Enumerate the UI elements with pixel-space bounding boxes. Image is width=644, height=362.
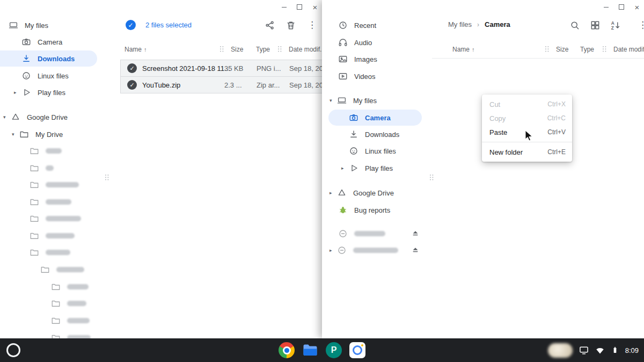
close-button[interactable]: × — [311, 3, 319, 11]
sidebar-item-blurred[interactable] — [0, 244, 70, 260]
chevron-right-icon[interactable]: ▸ — [341, 165, 349, 171]
file-date: Sep 18, 202... — [289, 77, 322, 93]
minimize-button[interactable] — [280, 3, 288, 11]
chevron-right-icon[interactable]: ▸ — [330, 248, 337, 253]
clock-time: 8:09 — [625, 346, 639, 354]
view-toggle-button[interactable] — [590, 20, 601, 33]
folder-icon — [40, 265, 50, 274]
sidebar-item-camera[interactable]: Camera — [0, 34, 62, 50]
camera-app-icon[interactable] — [349, 342, 365, 358]
sidebar-item-downloads[interactable]: Downloads — [0, 50, 97, 67]
sidebar-item-my-files[interactable]: My files — [0, 17, 48, 33]
column-resize-handle[interactable] — [545, 46, 550, 52]
sidebar-item-device-blurred[interactable]: ▸ — [322, 242, 427, 258]
column-resize-handle[interactable] — [220, 46, 225, 52]
column-header-name[interactable]: Name↑ — [125, 44, 147, 55]
sidebar-item-label: Downloads — [365, 131, 399, 139]
sidebar-item-downloads[interactable]: Downloads — [322, 126, 399, 142]
chevron-right-icon[interactable]: ▸ — [330, 190, 337, 196]
sidebar-item-blurred[interactable] — [0, 177, 79, 193]
sidebar-item-videos[interactable]: Videos — [322, 68, 376, 84]
clock-icon — [338, 20, 348, 30]
column-header-size[interactable]: Size — [556, 44, 568, 55]
sidebar-item-blurred[interactable] — [0, 143, 62, 159]
file-row-youtube-zip[interactable]: ✓ YouTube.zip 2.3 ... Zip ar... Sep 18, … — [120, 76, 322, 93]
chevron-down-icon[interactable]: ▾ — [12, 132, 19, 137]
sidebar-item-google-drive[interactable]: ▾ Google Drive — [0, 109, 68, 125]
sort-button[interactable]: AZ — [610, 20, 621, 33]
context-menu-item-new-folder[interactable]: New folder Ctrl+E — [482, 145, 572, 159]
maximize-button[interactable] — [296, 3, 303, 11]
sidebar-item-blurred[interactable] — [0, 279, 89, 295]
selected-check-icon[interactable]: ✓ — [126, 20, 136, 30]
sidebar-item-blurred[interactable] — [0, 228, 75, 244]
sidebar-item-blurred[interactable] — [0, 194, 71, 210]
sidebar-item-audio[interactable]: Audio — [322, 34, 372, 50]
sidebar-item-my-files[interactable]: ▾ My files — [322, 92, 377, 108]
column-header-date[interactable]: Date modif... — [613, 44, 644, 55]
blurred-label — [67, 318, 90, 323]
delete-button[interactable] — [286, 20, 296, 33]
sidebar-item-blurred[interactable] — [0, 262, 84, 278]
sidebar-item-google-drive[interactable]: ▸ Google Drive — [322, 185, 394, 201]
sidebar-item-my-drive[interactable]: ▾ My Drive — [0, 126, 63, 142]
download-icon — [349, 129, 358, 139]
folder-icon — [30, 146, 39, 156]
more-menu-button[interactable]: ⋮ — [638, 19, 644, 31]
sidebar-item-bug-reports[interactable]: Bug reports — [322, 202, 390, 218]
context-menu-item-paste[interactable]: Paste Ctrl+V — [482, 125, 572, 139]
sort-ascending-icon: ↑ — [472, 46, 475, 53]
chevron-down-icon[interactable]: ▾ — [330, 98, 337, 103]
files-app-icon[interactable] — [302, 342, 318, 358]
close-button[interactable]: × — [633, 3, 641, 11]
file-row-screenshot[interactable]: ✓ Screenshot 2021-09-18 11... 35 KB PNG … — [120, 60, 322, 77]
sidebar-item-play-files[interactable]: ▸ Play files — [322, 160, 393, 176]
app-p-icon[interactable]: P — [326, 342, 342, 358]
sidebar-item-blurred[interactable] — [0, 295, 86, 312]
sidebar-item-recent[interactable]: Recent — [322, 17, 376, 33]
search-button[interactable] — [569, 20, 580, 33]
window-controls: × — [602, 3, 641, 11]
sidebar-item-linux-files[interactable]: Linux files — [322, 143, 396, 159]
sidebar-item-linux-files[interactable]: Linux files — [0, 68, 69, 84]
breadcrumb-root[interactable]: My files — [448, 20, 472, 28]
sidebar-item-device-blurred[interactable] — [322, 226, 427, 242]
eject-button[interactable] — [411, 245, 427, 256]
share-button[interactable] — [265, 20, 275, 33]
chevron-right-icon[interactable]: ▸ — [14, 90, 21, 95]
sort-az-icon: AZ — [610, 20, 621, 31]
column-resize-handle[interactable] — [603, 46, 608, 52]
file-date: Sep 18, 202... — [289, 60, 322, 76]
sidebar-item-blurred[interactable] — [0, 160, 54, 176]
column-header-size[interactable]: Size — [231, 44, 243, 55]
chrome-app-icon[interactable] — [279, 342, 295, 358]
minimize-button[interactable] — [602, 3, 610, 11]
system-tray[interactable]: 8:09 — [548, 338, 639, 362]
image-icon — [338, 54, 348, 64]
sidebar-resize-handle[interactable] — [430, 174, 435, 180]
chevron-right-icon: › — [477, 21, 479, 28]
row-check-icon[interactable]: ✓ — [127, 63, 137, 73]
sidebar-resize-handle[interactable] — [105, 174, 110, 180]
eject-button[interactable] — [411, 228, 427, 240]
column-resize-handle[interactable] — [278, 46, 283, 52]
column-header-date[interactable]: Date modif... — [289, 44, 322, 55]
column-header-type[interactable]: Type — [580, 44, 594, 55]
sidebar-item-label: Linux files — [365, 147, 396, 155]
sidebar-item-blurred[interactable] — [0, 313, 90, 329]
sidebar-item-blurred[interactable] — [0, 211, 81, 227]
blurred-label — [46, 182, 79, 187]
sidebar-item-images[interactable]: Images — [322, 51, 377, 67]
launcher-button[interactable] — [6, 343, 20, 357]
column-header-type[interactable]: Type — [256, 44, 270, 55]
sidebar-item-play-files[interactable]: ▸ Play files — [0, 84, 65, 100]
row-check-icon[interactable]: ✓ — [127, 80, 137, 90]
chevron-down-icon[interactable]: ▾ — [3, 114, 11, 120]
play-icon — [349, 163, 358, 173]
maximize-button[interactable] — [618, 3, 625, 11]
sidebar-item-blurred[interactable] — [0, 330, 91, 338]
sidebar-item-camera[interactable]: Camera — [328, 110, 422, 126]
column-header-name[interactable]: Name↑ — [452, 44, 475, 55]
more-menu-button[interactable]: ⋮ — [308, 19, 317, 31]
menu-item-label: New folder — [489, 148, 523, 156]
